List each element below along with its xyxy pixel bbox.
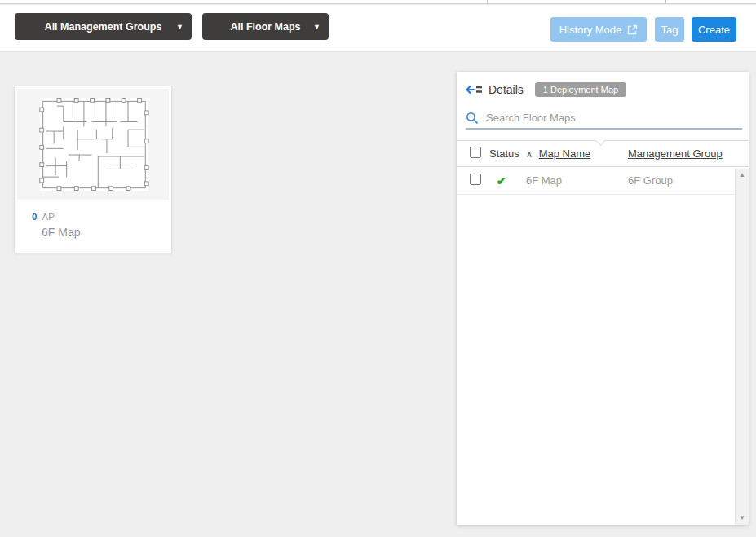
details-title: Details <box>489 83 524 96</box>
deployment-map-badge[interactable]: 1 Deployment Map <box>535 82 626 97</box>
management-groups-dropdown[interactable]: All Management Groups ▼ <box>15 13 192 40</box>
floor-plan-thumbnail <box>17 89 169 200</box>
create-button[interactable]: Create <box>692 17 736 42</box>
search-floor-maps-input[interactable] <box>486 112 742 124</box>
floor-map-card[interactable]: 0 AP 6F Map <box>14 86 172 253</box>
chevron-down-icon: ▼ <box>313 23 321 30</box>
floor-maps-dropdown[interactable]: All Floor Maps ▼ <box>202 13 329 40</box>
status-ok-icon: ✔ <box>497 174 506 187</box>
column-header-map-name[interactable]: ∧ Map Name <box>526 147 628 160</box>
search-icon <box>466 112 479 125</box>
scroll-down-icon[interactable]: ▼ <box>739 512 745 525</box>
management-groups-dropdown-label: All Management Groups <box>45 21 162 33</box>
toolbar: All Management Groups ▼ All Floor Maps ▼… <box>0 5 756 52</box>
details-panel: Details 1 Deployment Map Status ∧ Map Na… <box>457 72 749 525</box>
floor-maps-page: { "toolbar": { "management_groups_dropdo… <box>0 0 756 537</box>
select-all-checkbox[interactable] <box>470 147 481 158</box>
collapse-details-button[interactable]: Details <box>466 83 524 96</box>
strip-separator <box>665 0 666 4</box>
table-scrollbar[interactable]: ▲ ▼ <box>735 169 749 525</box>
back-arrow-icon <box>466 83 483 96</box>
strip-separator <box>487 0 488 4</box>
row-checkbox[interactable] <box>470 174 481 185</box>
external-link-icon <box>627 24 638 35</box>
row-map-name: 6F Map <box>526 174 628 187</box>
column-header-management-group[interactable]: Management Group <box>628 147 749 160</box>
row-status-cell: ✔ <box>489 174 526 187</box>
floor-plan-drawing <box>35 95 152 195</box>
chevron-down-icon: ▼ <box>176 23 183 30</box>
row-management-group: 6F Group <box>628 174 735 187</box>
floor-maps-dropdown-label: All Floor Maps <box>230 21 300 33</box>
sort-ascending-icon: ∧ <box>526 149 533 159</box>
create-label: Create <box>698 24 730 36</box>
ap-count-label: AP <box>42 212 55 222</box>
chevron-down-notch <box>595 135 606 146</box>
scroll-up-icon[interactable]: ▲ <box>739 169 745 182</box>
search-bar <box>466 108 742 130</box>
ap-count-line: 0 AP <box>32 212 171 222</box>
top-browser-strip <box>0 0 756 4</box>
floor-maps-table-header: Status ∧ Map Name Management Group <box>457 140 749 167</box>
tag-button[interactable]: Tag <box>655 17 684 42</box>
floor-map-name: 6F Map <box>42 226 171 239</box>
history-mode-button[interactable]: History Mode <box>550 17 647 42</box>
row-checkbox-cell <box>457 174 489 187</box>
details-panel-header: Details 1 Deployment Map <box>457 72 749 108</box>
column-header-status: Status <box>489 147 526 160</box>
table-row[interactable]: ✔ 6F Map 6F Group <box>457 167 735 195</box>
history-mode-label: History Mode <box>559 24 622 36</box>
header-checkbox-cell <box>457 147 489 161</box>
ap-count: 0 <box>32 212 37 222</box>
tag-label: Tag <box>661 24 679 36</box>
